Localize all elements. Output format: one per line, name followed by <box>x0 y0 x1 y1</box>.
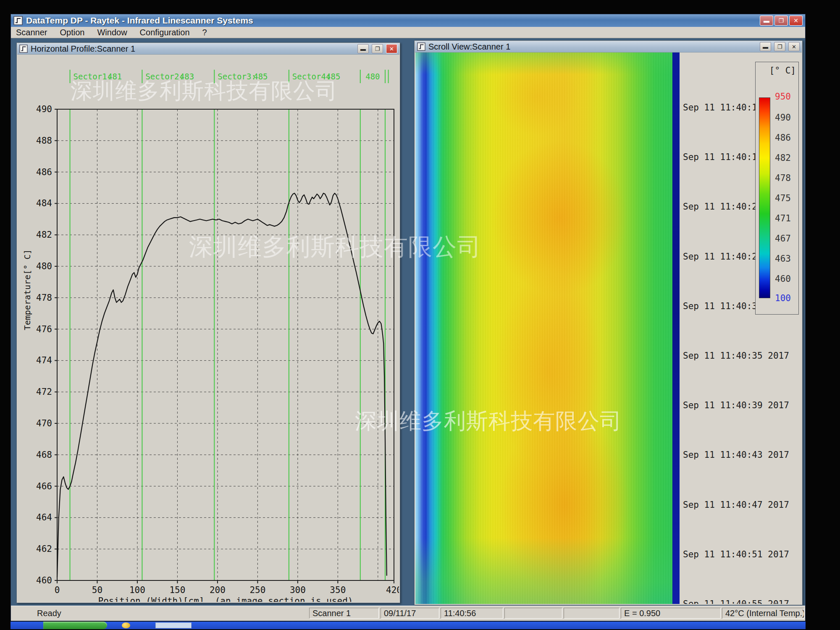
status-time: 11:40:56 <box>441 608 503 619</box>
taskbar-icon[interactable] <box>122 622 130 628</box>
scroll-titlebar[interactable]: Scroll View:Scanner 1 ▬ ❐ ✕ <box>415 41 802 52</box>
status-empty-2 <box>564 608 620 619</box>
scan-timestamp: Sep 11 11:40:55 2017 <box>683 599 789 604</box>
svg-text:200: 200 <box>210 585 226 595</box>
svg-text:476: 476 <box>36 324 52 334</box>
menu-item-window[interactable]: Window <box>97 28 127 37</box>
svg-text:482: 482 <box>36 230 52 240</box>
profile-window-title: Horizontal Profile:Scanner 1 <box>31 44 354 54</box>
minimize-icon: ▬ <box>763 44 768 50</box>
profile-minimize-button[interactable]: ▬ <box>357 44 369 53</box>
app-title: DataTemp DP - Raytek - Infrared Linescan… <box>26 16 756 26</box>
scroll-view-window: Scroll View:Scanner 1 ▬ ❐ ✕ Sep 11 11:40… <box>414 40 803 605</box>
scan-timestamp: Sep 11 11:40:51 2017 <box>683 549 789 559</box>
svg-text:Sector4:: Sector4: <box>292 72 331 81</box>
horizontal-profile-window: Horizontal Profile:Scanner 1 ▬ ❐ ✕ Secto… <box>16 42 400 603</box>
svg-text:350: 350 <box>330 585 346 595</box>
scroll-restore-button[interactable]: ❐ <box>774 42 785 51</box>
scan-timestamp: Sep 11 11:40:47 2017 <box>683 500 789 510</box>
profile-maximize-button[interactable]: ❐ <box>372 44 383 53</box>
svg-text:474: 474 <box>36 355 52 365</box>
close-icon: ✕ <box>793 17 798 24</box>
svg-text:485: 485 <box>253 72 268 81</box>
svg-text:490: 490 <box>36 104 52 114</box>
main-titlebar[interactable]: DataTemp DP - Raytek - Infrared Linescan… <box>11 14 805 27</box>
close-icon: ✕ <box>389 46 394 52</box>
svg-text:488: 488 <box>36 136 52 146</box>
svg-text:478: 478 <box>36 293 52 303</box>
svg-text:466: 466 <box>36 481 52 491</box>
svg-text:300: 300 <box>290 585 306 595</box>
scale-tick-label: 471 <box>775 213 791 223</box>
profile-close-button[interactable]: ✕ <box>386 44 397 53</box>
menu-item-option[interactable]: Option <box>60 28 85 37</box>
svg-text:Sector2:: Sector2: <box>145 72 184 81</box>
svg-text:486: 486 <box>36 167 52 177</box>
profile-titlebar[interactable]: Horizontal Profile:Scanner 1 ▬ ❐ ✕ <box>17 43 399 55</box>
svg-text:470: 470 <box>36 418 52 428</box>
svg-text:480: 480 <box>365 72 380 81</box>
scan-timestamp: Sep 11 11:40:39 2017 <box>683 400 789 410</box>
svg-text:483: 483 <box>180 72 194 81</box>
application-window: DataTemp DP - Raytek - Infrared Linescan… <box>10 14 806 621</box>
scan-timestamp: Sep 11 11:40:35 2017 <box>683 351 789 361</box>
scale-tick-label: 490 <box>775 113 791 123</box>
scale-tick-label: 467 <box>775 234 791 244</box>
status-bar: Ready Scanner 1 09/11/17 11:40:56 E = 0.… <box>11 606 805 621</box>
taskbar-window-button[interactable] <box>155 622 192 628</box>
color-scale-bar <box>759 97 770 298</box>
restore-icon: ❐ <box>777 44 782 50</box>
svg-text:100: 100 <box>129 585 145 595</box>
scale-max-label: 950 <box>775 92 791 102</box>
scroll-minimize-button[interactable]: ▬ <box>760 42 771 51</box>
svg-text:485: 485 <box>326 72 340 81</box>
svg-text:Sector1:: Sector1: <box>74 72 112 81</box>
svg-text:480: 480 <box>36 261 52 271</box>
status-internal-temp: 42°C (Internal Temp.) <box>722 608 804 619</box>
menu-item-help[interactable]: ? <box>202 28 207 37</box>
svg-text:464: 464 <box>36 512 52 522</box>
scroll-window-title: Scroll View:Scanner 1 <box>428 42 757 52</box>
scale-unit-label: [° C] <box>769 66 796 76</box>
svg-text:462: 462 <box>36 544 52 554</box>
maximize-button[interactable]: ❐ <box>774 16 788 26</box>
svg-text:50: 50 <box>92 585 102 595</box>
svg-text:484: 484 <box>36 198 52 208</box>
svg-text:150: 150 <box>169 585 185 595</box>
profile-window-icon <box>19 45 28 53</box>
scale-tick-label: 486 <box>775 133 791 143</box>
status-date: 09/11/17 <box>381 608 439 619</box>
taskbar <box>10 622 806 629</box>
status-empty-1 <box>504 608 562 619</box>
status-ready: Ready <box>37 609 61 618</box>
maximize-icon: ❐ <box>779 17 784 24</box>
svg-text:Position (Width)[cm], (an imag: Position (Width)[cm], (an image section … <box>98 596 353 602</box>
scale-tick-label: 478 <box>775 173 791 183</box>
menu-bar: ScannerOptionWindowConfiguration? <box>11 27 805 38</box>
scale-tick-label: 463 <box>775 254 791 264</box>
scroll-close-button[interactable]: ✕ <box>788 42 800 51</box>
temperature-profile-chart: Sector1:481Sector2:483Sector3:485Sector4… <box>18 55 399 602</box>
menu-item-scanner[interactable]: Scanner <box>16 28 47 37</box>
minimize-button[interactable]: ▬ <box>760 16 773 26</box>
photo-background: DataTemp DP - Raytek - Infrared Linescan… <box>0 0 840 630</box>
thermal-scan-image <box>415 52 672 604</box>
svg-text:472: 472 <box>36 387 52 397</box>
scan-timestamp: Sep 11 11:40:43 2017 <box>683 450 789 460</box>
svg-text:420: 420 <box>386 585 399 595</box>
main-window-controls: ▬ ❐ ✕ <box>760 16 803 26</box>
menu-item-configuration[interactable]: Configuration <box>140 28 190 37</box>
profile-chart-area: Sector1:481Sector2:483Sector3:485Sector4… <box>18 55 399 602</box>
maximize-icon: ❐ <box>375 46 380 52</box>
svg-text:481: 481 <box>108 72 122 81</box>
scale-tick-label: 475 <box>775 193 791 203</box>
svg-text:0: 0 <box>55 585 60 595</box>
svg-text:460: 460 <box>36 575 52 585</box>
scroll-window-icon <box>417 42 425 51</box>
close-button[interactable]: ✕ <box>789 16 803 26</box>
scale-tick-label: 460 <box>775 274 791 284</box>
start-button[interactable] <box>43 622 107 629</box>
status-emissivity: E = 0.950 <box>621 608 721 619</box>
scroll-view-area: Sep 11 11:40:15 2017Sep 11 11:40:19 2017… <box>415 52 801 604</box>
color-scale-legend: [° C] 950 490486482478475471467463460 10… <box>755 62 799 315</box>
